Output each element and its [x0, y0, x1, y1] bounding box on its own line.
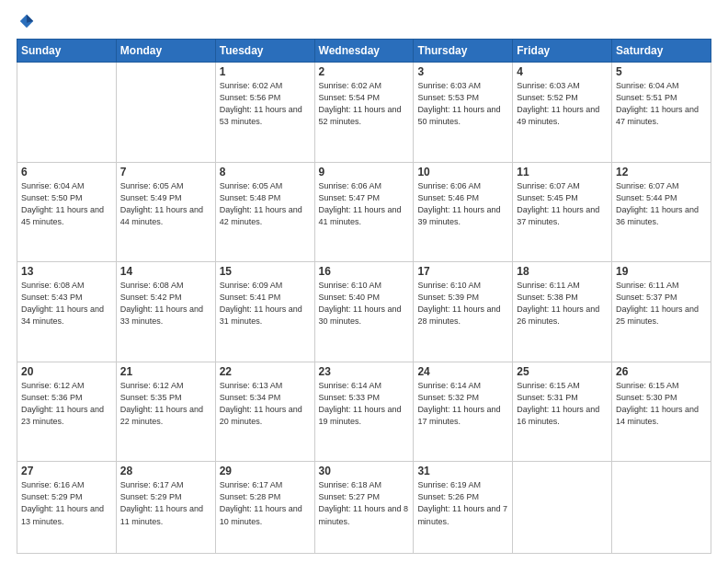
calendar-cell: 1Sunrise: 6:02 AM Sunset: 5:56 PM Daylig… — [215, 63, 314, 163]
day-info: Sunrise: 6:19 AM Sunset: 5:26 PM Dayligh… — [417, 479, 508, 527]
day-number: 7 — [120, 166, 211, 178]
day-number: 15 — [220, 265, 311, 278]
day-info: Sunrise: 6:05 AM Sunset: 5:48 PM Dayligh… — [220, 180, 311, 228]
day-number: 10 — [417, 166, 508, 178]
day-number: 29 — [220, 465, 311, 477]
calendar-week-4: 20Sunrise: 6:12 AM Sunset: 5:36 PM Dayli… — [17, 362, 711, 462]
calendar-cell: 3Sunrise: 6:03 AM Sunset: 5:53 PM Daylig… — [414, 63, 513, 163]
day-info: Sunrise: 6:12 AM Sunset: 5:35 PM Dayligh… — [120, 380, 211, 428]
day-info: Sunrise: 6:17 AM Sunset: 5:28 PM Dayligh… — [220, 479, 311, 527]
day-number: 27 — [21, 465, 112, 477]
day-number: 26 — [616, 365, 707, 378]
day-info: Sunrise: 6:06 AM Sunset: 5:46 PM Dayligh… — [417, 180, 508, 228]
day-number: 4 — [517, 65, 608, 78]
calendar-cell: 6Sunrise: 6:04 AM Sunset: 5:50 PM Daylig… — [17, 162, 117, 262]
day-number: 24 — [417, 365, 508, 378]
calendar-header-thursday: Thursday — [414, 40, 513, 63]
calendar-cell: 10Sunrise: 6:06 AM Sunset: 5:46 PM Dayli… — [414, 162, 513, 262]
day-info: Sunrise: 6:02 AM Sunset: 5:56 PM Dayligh… — [220, 80, 311, 128]
calendar-cell: 14Sunrise: 6:08 AM Sunset: 5:42 PM Dayli… — [116, 262, 215, 362]
calendar-week-2: 6Sunrise: 6:04 AM Sunset: 5:50 PM Daylig… — [17, 162, 711, 262]
calendar-header-monday: Monday — [116, 40, 215, 63]
day-number: 11 — [517, 166, 608, 178]
day-info: Sunrise: 6:09 AM Sunset: 5:41 PM Dayligh… — [220, 280, 311, 327]
calendar-header-friday: Friday — [513, 40, 612, 63]
calendar-cell: 5Sunrise: 6:04 AM Sunset: 5:51 PM Daylig… — [612, 63, 711, 163]
calendar-cell: 24Sunrise: 6:14 AM Sunset: 5:32 PM Dayli… — [414, 362, 513, 462]
day-number: 19 — [616, 265, 707, 278]
day-number: 2 — [319, 65, 410, 78]
calendar-cell: 13Sunrise: 6:08 AM Sunset: 5:43 PM Dayli… — [17, 262, 117, 362]
day-info: Sunrise: 6:11 AM Sunset: 5:38 PM Dayligh… — [517, 280, 608, 327]
day-info: Sunrise: 6:17 AM Sunset: 5:29 PM Dayligh… — [120, 479, 211, 527]
calendar-cell: 8Sunrise: 6:05 AM Sunset: 5:48 PM Daylig… — [215, 162, 314, 262]
calendar-header-row: SundayMondayTuesdayWednesdayThursdayFrid… — [17, 40, 711, 63]
day-info: Sunrise: 6:13 AM Sunset: 5:34 PM Dayligh… — [220, 380, 311, 428]
day-info: Sunrise: 6:07 AM Sunset: 5:45 PM Dayligh… — [517, 180, 608, 228]
day-number: 9 — [319, 166, 410, 178]
page: SundayMondayTuesdayWednesdayThursdayFrid… — [0, 0, 728, 563]
day-number: 28 — [120, 465, 211, 477]
logo — [17, 17, 35, 29]
day-info: Sunrise: 6:15 AM Sunset: 5:30 PM Dayligh… — [616, 380, 707, 428]
calendar-cell: 15Sunrise: 6:09 AM Sunset: 5:41 PM Dayli… — [215, 262, 314, 362]
calendar-header-sunday: Sunday — [17, 40, 117, 63]
day-number: 30 — [319, 465, 410, 477]
day-info: Sunrise: 6:07 AM Sunset: 5:44 PM Dayligh… — [616, 180, 707, 228]
calendar-cell: 17Sunrise: 6:10 AM Sunset: 5:39 PM Dayli… — [414, 262, 513, 362]
day-number: 1 — [220, 65, 311, 78]
day-number: 17 — [417, 265, 508, 278]
calendar-cell: 29Sunrise: 6:17 AM Sunset: 5:28 PM Dayli… — [215, 462, 314, 554]
day-info: Sunrise: 6:03 AM Sunset: 5:52 PM Dayligh… — [517, 80, 608, 128]
calendar-cell: 4Sunrise: 6:03 AM Sunset: 5:52 PM Daylig… — [513, 63, 612, 163]
calendar-week-1: 1Sunrise: 6:02 AM Sunset: 5:56 PM Daylig… — [17, 63, 711, 163]
calendar-cell: 26Sunrise: 6:15 AM Sunset: 5:30 PM Dayli… — [612, 362, 711, 462]
calendar-cell: 18Sunrise: 6:11 AM Sunset: 5:38 PM Dayli… — [513, 262, 612, 362]
day-number: 16 — [319, 265, 410, 278]
day-number: 21 — [120, 365, 211, 378]
day-number: 18 — [517, 265, 608, 278]
calendar-cell — [116, 63, 215, 163]
calendar-table: SundayMondayTuesdayWednesdayThursdayFrid… — [17, 39, 711, 554]
day-info: Sunrise: 6:16 AM Sunset: 5:29 PM Dayligh… — [21, 479, 112, 527]
day-number: 6 — [21, 166, 112, 178]
calendar-cell: 21Sunrise: 6:12 AM Sunset: 5:35 PM Dayli… — [116, 362, 215, 462]
day-number: 14 — [120, 265, 211, 278]
calendar-cell — [513, 462, 612, 554]
day-info: Sunrise: 6:10 AM Sunset: 5:40 PM Dayligh… — [319, 280, 410, 327]
calendar-week-3: 13Sunrise: 6:08 AM Sunset: 5:43 PM Dayli… — [17, 262, 711, 362]
day-info: Sunrise: 6:08 AM Sunset: 5:42 PM Dayligh… — [120, 280, 211, 327]
calendar-cell: 30Sunrise: 6:18 AM Sunset: 5:27 PM Dayli… — [314, 462, 414, 554]
day-number: 12 — [616, 166, 707, 178]
day-info: Sunrise: 6:15 AM Sunset: 5:31 PM Dayligh… — [517, 380, 608, 428]
day-number: 25 — [517, 365, 608, 378]
calendar-cell: 20Sunrise: 6:12 AM Sunset: 5:36 PM Dayli… — [17, 362, 117, 462]
day-info: Sunrise: 6:05 AM Sunset: 5:49 PM Dayligh… — [120, 180, 211, 228]
day-number: 22 — [220, 365, 311, 378]
calendar-week-5: 27Sunrise: 6:16 AM Sunset: 5:29 PM Dayli… — [17, 462, 711, 554]
calendar-cell: 28Sunrise: 6:17 AM Sunset: 5:29 PM Dayli… — [116, 462, 215, 554]
calendar-cell: 7Sunrise: 6:05 AM Sunset: 5:49 PM Daylig… — [116, 162, 215, 262]
day-info: Sunrise: 6:12 AM Sunset: 5:36 PM Dayligh… — [21, 380, 112, 428]
calendar-header-wednesday: Wednesday — [314, 40, 414, 63]
day-info: Sunrise: 6:02 AM Sunset: 5:54 PM Dayligh… — [319, 80, 410, 128]
calendar-cell: 2Sunrise: 6:02 AM Sunset: 5:54 PM Daylig… — [314, 63, 414, 163]
day-number: 23 — [319, 365, 410, 378]
day-number: 13 — [21, 265, 112, 278]
day-info: Sunrise: 6:11 AM Sunset: 5:37 PM Dayligh… — [616, 280, 707, 327]
day-info: Sunrise: 6:18 AM Sunset: 5:27 PM Dayligh… — [319, 479, 410, 527]
logo-icon — [18, 13, 35, 29]
day-info: Sunrise: 6:14 AM Sunset: 5:33 PM Dayligh… — [319, 380, 410, 428]
day-number: 5 — [616, 65, 707, 78]
calendar-cell: 11Sunrise: 6:07 AM Sunset: 5:45 PM Dayli… — [513, 162, 612, 262]
calendar-cell: 16Sunrise: 6:10 AM Sunset: 5:40 PM Dayli… — [314, 262, 414, 362]
day-number: 31 — [417, 465, 508, 477]
day-info: Sunrise: 6:10 AM Sunset: 5:39 PM Dayligh… — [417, 280, 508, 327]
day-info: Sunrise: 6:14 AM Sunset: 5:32 PM Dayligh… — [417, 380, 508, 428]
header — [17, 17, 711, 29]
day-info: Sunrise: 6:04 AM Sunset: 5:50 PM Dayligh… — [21, 180, 112, 228]
calendar-cell: 22Sunrise: 6:13 AM Sunset: 5:34 PM Dayli… — [215, 362, 314, 462]
calendar-header-tuesday: Tuesday — [215, 40, 314, 63]
day-number: 3 — [417, 65, 508, 78]
day-info: Sunrise: 6:04 AM Sunset: 5:51 PM Dayligh… — [616, 80, 707, 128]
